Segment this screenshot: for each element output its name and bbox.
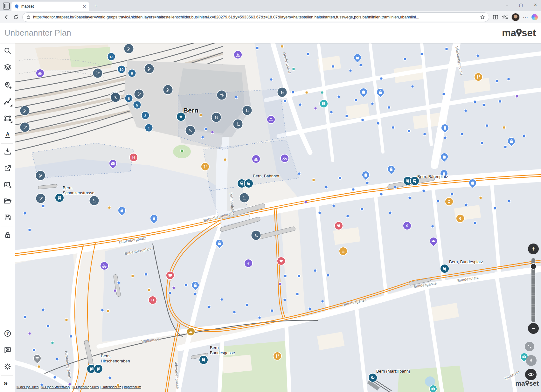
poi-dot[interactable] [483,104,485,106]
tool-settings-button[interactable] [3,362,12,371]
fit-extent-button[interactable] [525,342,534,351]
poi-dot[interactable] [42,309,45,311]
poi-dot[interactable] [388,107,390,109]
poi-dot[interactable] [148,289,150,291]
poi-dot[interactable] [325,186,328,189]
poi-dot[interactable] [461,133,463,135]
poi-dot[interactable] [377,122,379,125]
poi-dot[interactable] [114,290,116,292]
elevator-icon[interactable] [217,91,226,100]
poi-dot[interactable] [101,309,104,312]
poi-dot[interactable] [508,200,510,203]
browser-menu-button[interactable]: ··· [523,15,528,20]
education-pin[interactable] [34,355,41,362]
poi-dot[interactable] [465,110,467,112]
window-minimize-button[interactable]: – [506,3,508,7]
heart-poi-icon[interactable] [277,257,285,265]
stairs-icon[interactable] [163,85,173,94]
tram-stop-icon[interactable] [94,365,102,373]
tool-draw-line-button[interactable] [3,98,12,106]
poi-dot[interactable] [208,306,211,308]
poi-dot[interactable] [284,299,286,301]
poi-dot[interactable] [185,284,187,286]
attribution-link[interactable]: Datenschutz [101,385,121,389]
poi-dot[interactable] [315,107,317,110]
poi-dot[interactable] [443,93,445,95]
ramp-icon[interactable] [186,126,195,135]
poi-dot[interactable] [169,292,171,294]
bike-poi-icon[interactable] [101,262,108,270]
tool-share-button[interactable] [3,164,12,172]
poi-dot[interactable] [118,282,120,284]
tool-lock-button[interactable] [3,231,12,239]
bag-pin[interactable] [469,179,476,186]
landmark-poi-icon[interactable] [187,328,195,335]
site-info-lock-icon[interactable] [26,15,31,19]
bike-poi-icon[interactable] [281,155,288,162]
poi-dot[interactable] [70,335,72,338]
poi-dot[interactable] [496,80,498,82]
tool-open-plan-button[interactable] [3,197,12,205]
tool-feedback-button[interactable] [3,346,12,354]
poi-dot[interactable] [292,91,294,93]
poi-dot[interactable] [333,205,335,207]
poi-dot[interactable] [145,273,147,276]
bus-stop-icon[interactable] [245,179,253,188]
poi-dot[interactable] [313,179,315,181]
poi-dot[interactable] [29,229,31,231]
poi-dot[interactable] [503,127,505,129]
platform-number-badge[interactable]: 5 [134,101,141,109]
stairs-icon[interactable] [36,171,45,180]
poi-dot[interactable] [202,136,204,139]
address-bar[interactable]: https://editor.mapset.io/?baselayer=worl… [22,12,489,22]
ramp-icon[interactable] [252,231,261,240]
split-screen-icon[interactable] [492,14,499,20]
poi-dot[interactable] [508,78,510,80]
poi-dot[interactable] [409,197,411,199]
bike-poi-icon[interactable] [252,155,260,163]
window-maximize-button[interactable]: ▢ [519,3,523,7]
poi-dot[interactable] [446,48,448,50]
poi-dot[interactable] [404,58,406,60]
poi-dot[interactable] [332,65,334,68]
profile-avatar[interactable] [511,13,520,21]
poi-dot[interactable] [224,159,226,161]
poi-dot[interactable] [321,92,323,94]
hospital-poi-icon[interactable]: H [149,296,156,304]
elevator-icon[interactable] [278,88,287,97]
poi-dot[interactable] [132,275,134,277]
bag-pin[interactable] [216,240,223,247]
platform-number-badge[interactable]: 13 [108,53,115,60]
poi-dot[interactable] [109,377,111,379]
poi-dot[interactable] [29,333,31,335]
poi-dot[interactable] [246,304,248,306]
poi-dot[interactable] [389,212,392,214]
elevator-icon[interactable] [212,113,221,122]
favorite-star-icon[interactable] [480,15,485,20]
tooth-poi-icon[interactable] [166,272,174,279]
poi-dot[interactable] [352,189,355,191]
attribution-link[interactable]: © OpenStreetMap [41,385,70,389]
favorites-bar-icon[interactable] [502,14,508,20]
poi-dot[interactable] [24,316,26,318]
platform-number-badge[interactable]: 1 [145,124,153,132]
poi-dot[interactable] [360,64,362,66]
map-canvas[interactable]: 131096531€€€HHBernBern, BahnhofBern, Sch… [0,0,541,392]
poi-dot[interactable] [338,96,340,98]
poi-dot[interactable] [330,111,333,113]
poi-dot[interactable] [54,376,56,379]
bag-pin[interactable] [360,88,367,95]
poi-dot[interactable] [424,133,426,135]
bag-pin[interactable] [362,171,369,178]
ramp-icon[interactable] [111,93,120,102]
bag-pin[interactable] [508,138,515,145]
poi-dot[interactable] [221,299,223,301]
tool-save-button[interactable] [3,213,12,222]
euro-poi-icon[interactable]: € [403,222,411,230]
tram-stop-icon[interactable] [440,265,449,273]
tab-close-icon[interactable]: ✕ [83,4,86,9]
poi-dot[interactable] [47,325,49,327]
poi-dot[interactable] [474,101,476,103]
bag-pin[interactable] [377,89,384,96]
poi-dot[interactable] [421,53,423,55]
